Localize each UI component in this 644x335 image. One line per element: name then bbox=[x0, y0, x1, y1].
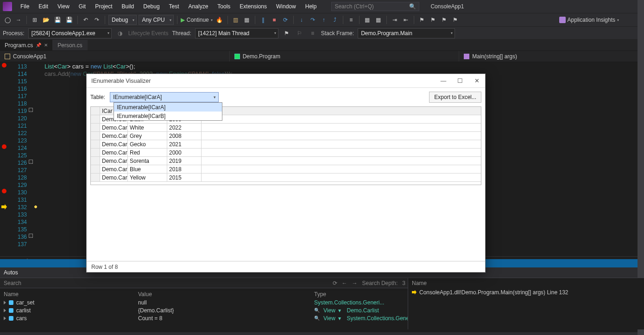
outline-collapse-icon[interactable]: - bbox=[29, 160, 33, 164]
breakpoint-margin[interactable] bbox=[0, 62, 8, 256]
grid-row[interactable]: Demo.CarSorenta2019 bbox=[91, 157, 481, 165]
minimize-button[interactable]: — bbox=[435, 74, 452, 88]
grid-cell[interactable]: 2019 bbox=[167, 157, 202, 165]
autos-search-input[interactable]: Search bbox=[4, 280, 21, 286]
tb-misc-b-icon[interactable]: ▦ bbox=[374, 15, 383, 25]
continue-button[interactable]: ▶ Continue ▾ bbox=[181, 17, 213, 23]
grid-row[interactable]: Demo.CarGrey2008 bbox=[91, 132, 481, 140]
grid-row[interactable]: Demo.CarBlue2018 bbox=[91, 165, 481, 174]
option-icarb[interactable]: IEnumerable[ICarB] bbox=[114, 112, 222, 120]
grid-cell[interactable]: Demo.Car bbox=[100, 124, 128, 131]
grid-row[interactable]: Demo.CarRed2000 bbox=[91, 149, 481, 157]
export-excel-button[interactable]: Export to Excel... bbox=[429, 92, 481, 103]
autos-col-name[interactable]: Name bbox=[4, 290, 131, 298]
stack-frame-dropdown[interactable]: Demo.Program.Main bbox=[358, 28, 455, 38]
option-icara[interactable]: IEnumerable[ICarA] bbox=[114, 103, 222, 112]
bookmark-clear-icon[interactable]: ⚑ bbox=[451, 15, 460, 25]
grid-cell[interactable]: Gecko bbox=[128, 140, 167, 148]
visualizer-icon[interactable]: 🔍 bbox=[314, 316, 320, 321]
open-folder-icon[interactable]: 📂 bbox=[41, 15, 51, 25]
grid-cell[interactable] bbox=[202, 140, 481, 148]
outline-collapse-icon[interactable]: - bbox=[29, 234, 33, 238]
grid-cell[interactable] bbox=[202, 157, 481, 165]
grid-cell[interactable]: Red bbox=[128, 149, 167, 156]
menu-git[interactable]: Git bbox=[75, 1, 89, 12]
show-next-stmt-icon[interactable]: ≡ bbox=[347, 15, 356, 25]
outdent-icon[interactable]: ⇤ bbox=[401, 15, 410, 25]
menu-debug[interactable]: Debug bbox=[139, 1, 163, 12]
callstack-frame-row[interactable]: ConsoleApp1.dll!Demo.Program.Main(string… bbox=[408, 288, 644, 296]
grid-col-header[interactable] bbox=[202, 107, 481, 115]
search-depth-value[interactable]: 3 bbox=[402, 280, 405, 286]
nav-fwd-icon[interactable]: → bbox=[14, 15, 23, 25]
nav-method-combo[interactable]: Main(string[] args) bbox=[459, 51, 644, 62]
breakpoint-icon[interactable] bbox=[2, 189, 6, 193]
grid-cell[interactable]: 2000 bbox=[167, 149, 202, 156]
chevron-right-icon[interactable]: → bbox=[352, 280, 358, 286]
grid-cell[interactable] bbox=[202, 165, 481, 173]
menu-edit[interactable]: Edit bbox=[35, 1, 52, 12]
grid-row[interactable]: Demo.CarWhite2022 bbox=[91, 124, 481, 132]
expander-icon[interactable] bbox=[4, 309, 6, 312]
grid-cell[interactable]: Demo.Car bbox=[100, 149, 128, 156]
row-header[interactable] bbox=[91, 124, 100, 131]
menu-analyze[interactable]: Analyze bbox=[185, 1, 212, 12]
grid-cell[interactable]: Demo.Car bbox=[100, 132, 128, 140]
table-select-dropdown[interactable]: IEnumerable[ICarA] bbox=[110, 92, 219, 102]
thread-filter-icon[interactable]: ≡ bbox=[308, 28, 317, 38]
grid-cell[interactable]: Demo.Car bbox=[100, 165, 128, 173]
grid-cell[interactable] bbox=[202, 149, 481, 156]
save-icon[interactable]: 💾 bbox=[53, 15, 63, 25]
windows-icon[interactable]: ▥ bbox=[231, 15, 240, 25]
save-all-icon[interactable]: 💾 bbox=[64, 15, 74, 25]
menu-extensions[interactable]: Extensions bbox=[236, 1, 271, 12]
grid-cell[interactable]: Blue bbox=[128, 165, 167, 173]
flag-only-icon[interactable]: ⚐ bbox=[295, 28, 304, 38]
config-dropdown[interactable]: Debug bbox=[108, 15, 137, 25]
menu-project[interactable]: Project bbox=[91, 1, 116, 12]
view-button[interactable]: View bbox=[323, 307, 335, 314]
step-out-icon[interactable]: ↑ bbox=[319, 15, 328, 25]
breakpoint-icon[interactable] bbox=[2, 144, 6, 149]
platform-dropdown[interactable]: Any CPU bbox=[139, 15, 173, 25]
redo-icon[interactable]: ↷ bbox=[92, 15, 101, 25]
global-search-input[interactable]: Search (Ctrl+Q) 🔍 bbox=[331, 2, 419, 11]
chevron-left-icon[interactable]: ← bbox=[342, 280, 347, 286]
grid-cell[interactable]: Yellow bbox=[128, 174, 167, 181]
grid-cell[interactable]: White bbox=[128, 124, 167, 131]
row-header[interactable] bbox=[91, 174, 100, 181]
lifecycle-icon[interactable]: ◑ bbox=[115, 28, 125, 38]
step-over-icon[interactable]: ↷ bbox=[308, 15, 317, 25]
refresh-icon[interactable]: ⟳ bbox=[333, 280, 337, 286]
indent-icon[interactable]: ⇥ bbox=[390, 15, 399, 25]
restart-icon[interactable]: ⟳ bbox=[281, 15, 290, 25]
tab-program-cs[interactable]: Program.cs 📌 ✕ bbox=[0, 40, 53, 50]
grid-cell[interactable]: 2018 bbox=[167, 165, 202, 173]
pin-icon[interactable]: 📌 bbox=[36, 43, 41, 48]
grid-cell[interactable] bbox=[202, 124, 481, 131]
tb-misc-a-icon[interactable]: ▦ bbox=[363, 15, 372, 25]
callstack-header[interactable]: Name bbox=[408, 278, 644, 288]
row-header[interactable] bbox=[91, 132, 100, 140]
menu-help[interactable]: Help bbox=[302, 1, 321, 12]
row-header[interactable] bbox=[91, 149, 100, 156]
autos-col-value[interactable]: Value bbox=[138, 290, 307, 298]
grid-cell[interactable]: 2021 bbox=[167, 140, 202, 148]
grid-cell[interactable] bbox=[202, 132, 481, 140]
nav-back-icon[interactable]: ◯ bbox=[3, 15, 12, 25]
menu-build[interactable]: Build bbox=[118, 1, 138, 12]
hot-reload-icon[interactable]: 🔥 bbox=[215, 15, 224, 25]
grid-cell[interactable] bbox=[202, 115, 481, 123]
undo-icon[interactable]: ↶ bbox=[81, 15, 90, 25]
process-dropdown[interactable]: [25824] ConsoleApp1.exe bbox=[28, 28, 112, 38]
step-into-icon[interactable]: ↓ bbox=[297, 15, 306, 25]
menu-window[interactable]: Window bbox=[272, 1, 300, 12]
breakpoint-icon[interactable] bbox=[2, 63, 6, 68]
maximize-button[interactable]: ☐ bbox=[452, 74, 468, 88]
grid-cell[interactable]: Demo.Car bbox=[100, 157, 128, 165]
grid-cell[interactable]: Demo.Car bbox=[100, 174, 128, 181]
flag-icon[interactable]: ⚑ bbox=[282, 28, 291, 38]
close-icon[interactable]: ✕ bbox=[44, 43, 48, 48]
row-header[interactable] bbox=[91, 115, 100, 123]
menu-file[interactable]: File bbox=[17, 1, 33, 12]
